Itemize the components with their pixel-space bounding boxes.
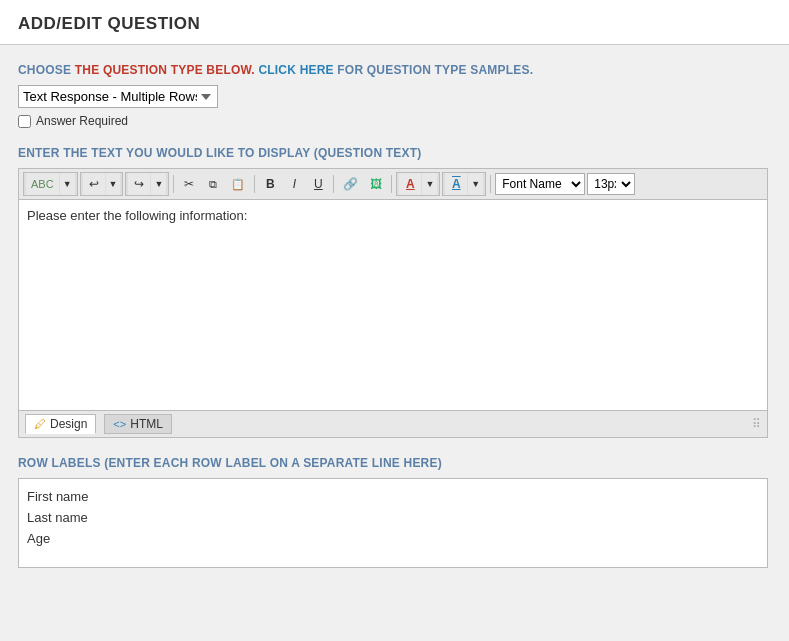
separator-2 [254, 175, 255, 193]
choose-question-section: CHOOSE THE QUESTION TYPE BELOW. CLICK HE… [18, 63, 771, 128]
undo-group: ↩ ▼ [80, 172, 124, 196]
bold-button[interactable]: B [259, 173, 281, 195]
bg-color-dropdown[interactable]: ▼ [468, 173, 483, 195]
font-color-dropdown[interactable]: ▼ [422, 173, 437, 195]
row-labels-box: First name Last name Age [18, 478, 768, 568]
italic-button[interactable]: I [283, 173, 305, 195]
row-labels-section: ROW LABELS (ENTER EACH ROW LABEL ON A SE… [18, 456, 771, 568]
separator-5 [490, 175, 491, 193]
row-label-item: Age [27, 529, 759, 550]
design-tab-label: Design [50, 417, 87, 431]
spell-check-button[interactable]: ABC [26, 173, 59, 195]
html-tab[interactable]: <> HTML [104, 414, 172, 434]
font-name-select[interactable]: Font Name Arial Times New Roman Verdana [495, 173, 585, 195]
separator-3 [333, 175, 334, 193]
bg-color-group: A ▼ [442, 172, 486, 196]
bg-color-button[interactable]: A [445, 173, 467, 195]
design-tab-icon: 🖊 [34, 417, 46, 431]
question-type-dropdown[interactable]: Text Response - Multiple Rows Text Respo… [18, 85, 218, 108]
design-tab[interactable]: 🖊 Design [25, 414, 96, 434]
label-part1: CHOOSE [18, 63, 75, 77]
cut-button[interactable]: ✂ [178, 173, 200, 195]
answer-required-checkbox[interactable] [18, 115, 31, 128]
font-size-select[interactable]: 13px 10px 12px 14px 16px 18px [587, 173, 635, 195]
separator-1 [173, 175, 174, 193]
redo-dropdown-button[interactable]: ▼ [151, 173, 166, 195]
row-labels-section-label: ROW LABELS (ENTER EACH ROW LABEL ON A SE… [18, 456, 771, 470]
click-here-link[interactable]: CLICK HERE [258, 63, 333, 77]
spell-check-group: ABC ▼ [23, 172, 78, 196]
page-title: ADD/EDIT QUESTION [18, 14, 771, 34]
row-label-item: First name [27, 487, 759, 508]
separator-4 [391, 175, 392, 193]
html-tab-icon: <> [113, 418, 126, 430]
spell-dropdown-button[interactable]: ▼ [60, 173, 75, 195]
editor-content: Please enter the following information: [27, 208, 247, 223]
editor-container: ABC ▼ ↩ ▼ ↪ ▼ ✂ ⧉ 📋 [18, 168, 768, 438]
page-header: ADD/EDIT QUESTION [0, 0, 789, 45]
editor-body[interactable]: Please enter the following information: [19, 200, 767, 410]
undo-dropdown-button[interactable]: ▼ [106, 173, 121, 195]
link-button[interactable]: 🔗 [338, 173, 363, 195]
spell-icon: ABC [31, 178, 54, 190]
editor-section: ENTER THE TEXT YOU WOULD LIKE TO DISPLAY… [18, 146, 771, 438]
paste-button[interactable]: 📋 [226, 173, 250, 195]
editor-footer: 🖊 Design <> HTML ⠿ [19, 410, 767, 437]
row-label-item: Last name [27, 508, 759, 529]
label-highlight: THE QUESTION TYPE BELOW. [75, 63, 259, 77]
label-part2: FOR QUESTION TYPE SAMPLES. [334, 63, 533, 77]
underline-button[interactable]: U [307, 173, 329, 195]
answer-required-row: Answer Required [18, 114, 771, 128]
resize-handle[interactable]: ⠿ [752, 417, 761, 431]
choose-question-label: CHOOSE THE QUESTION TYPE BELOW. CLICK HE… [18, 63, 771, 77]
redo-group: ↪ ▼ [125, 172, 169, 196]
undo-button[interactable]: ↩ [83, 173, 105, 195]
editor-toolbar: ABC ▼ ↩ ▼ ↪ ▼ ✂ ⧉ 📋 [19, 169, 767, 200]
font-color-button[interactable]: A [399, 173, 421, 195]
redo-button[interactable]: ↪ [128, 173, 150, 195]
editor-section-label: ENTER THE TEXT YOU WOULD LIKE TO DISPLAY… [18, 146, 771, 160]
question-type-row: Text Response - Multiple Rows Text Respo… [18, 85, 771, 108]
answer-required-label: Answer Required [36, 114, 128, 128]
font-color-group: A ▼ [396, 172, 440, 196]
html-tab-label: HTML [130, 417, 163, 431]
image-button[interactable]: 🖼 [365, 173, 387, 195]
copy-button[interactable]: ⧉ [202, 173, 224, 195]
